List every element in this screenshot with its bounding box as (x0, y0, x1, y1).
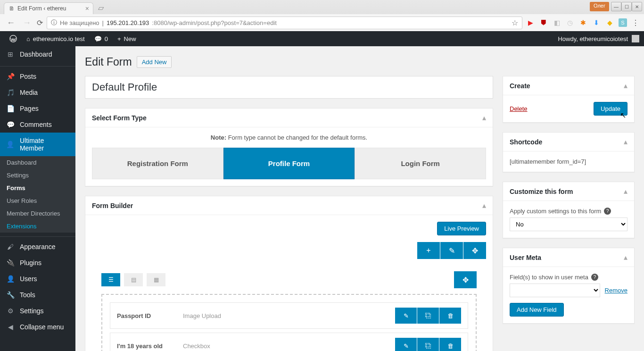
edit-field-button[interactable]: ✎ (395, 308, 417, 324)
new-content-link[interactable]: + New (113, 35, 141, 42)
layout-3col-button[interactable]: ▦ (147, 273, 165, 286)
sidebar-item-collapse[interactable]: ◀Collapse menu (0, 319, 75, 335)
ext-icon-4[interactable]: ◷ (566, 18, 574, 27)
live-preview-button[interactable]: Live Preview (437, 222, 486, 235)
edit-row-button[interactable]: ✎ (440, 242, 463, 259)
duplicate-field-button[interactable]: ⿻ (417, 338, 439, 351)
edit-field-button[interactable]: ✎ (395, 338, 417, 351)
plus-icon: + (117, 35, 121, 42)
chevron-up-icon[interactable]: ▴ (624, 81, 627, 90)
add-new-field-button[interactable]: Add New Field (510, 303, 564, 317)
users-icon: 👤 (6, 275, 15, 283)
form-builder-box: Form Builder ▴ Live Preview + ✎ ✥ (85, 196, 493, 351)
back-button[interactable]: ← (5, 16, 17, 30)
add-new-button[interactable]: Add New (137, 56, 172, 68)
customize-label: Apply custom settings to this form ? (510, 208, 627, 215)
copy-icon: ⿻ (425, 343, 431, 350)
move-row-button[interactable]: ✥ (463, 242, 486, 259)
usermeta-select[interactable] (510, 284, 600, 297)
delete-link[interactable]: Delete (510, 105, 528, 112)
wp-logo-icon[interactable] (5, 35, 22, 42)
layout-2col-button[interactable]: ▤ (124, 273, 143, 286)
form-type-profile[interactable]: Profile Form (223, 148, 355, 179)
user-meta-box: User Meta ▴ Field(s) to show in user met… (503, 248, 635, 324)
field-row[interactable]: I'm 18 years old Checkbox ✎ ⿻ 🗑 (110, 333, 468, 351)
sidebar-item-ultimate-member[interactable]: 👤Ultimate Member (0, 133, 75, 156)
form-type-registration[interactable]: Registration Form (92, 148, 223, 179)
shortcode-value: [ultimatemember form_id=7] (510, 158, 586, 165)
field-type: Image Upload (183, 312, 221, 319)
maximize-button[interactable]: ☐ (621, 2, 632, 11)
browser-profile-badge[interactable]: Олег (590, 2, 609, 11)
reload-button[interactable]: ⟳ (37, 18, 43, 27)
move-column-button[interactable]: ✥ (454, 271, 477, 288)
chevron-up-icon[interactable]: ▴ (482, 201, 486, 210)
field-row[interactable]: Passport ID Image Upload ✎ ⿻ 🗑 (110, 302, 468, 329)
submenu-item-user-roles[interactable]: User Roles (0, 194, 75, 207)
chevron-up-icon[interactable]: ▴ (624, 137, 627, 146)
comments-link[interactable]: 💬 0 (90, 35, 113, 42)
update-button[interactable]: Update (594, 102, 627, 116)
sidebar-item-tools[interactable]: 🔧Tools (0, 287, 75, 303)
layout-1col-button[interactable]: ☰ (101, 273, 120, 286)
sidebar-item-settings[interactable]: ⚙Settings (0, 303, 75, 319)
sidebar-item-appearance[interactable]: 🖌Appearance (0, 239, 75, 255)
help-icon[interactable]: ? (591, 274, 598, 281)
browser-tab[interactable]: 🗎 Edit Form ‹ ethereu × (4, 2, 93, 14)
address-bar[interactable]: ⓘ Не защищено | 195.201.20.193:8080/wp-a… (47, 17, 522, 29)
sidebar-item-pages[interactable]: 📄Pages (0, 100, 75, 117)
info-icon[interactable]: ⓘ (51, 18, 57, 27)
close-icon[interactable]: × (85, 5, 89, 12)
browser-toolbar: ← → ⟳ ⓘ Не защищено | 195.201.20.193:808… (0, 14, 644, 31)
field-label: I'm 18 years old (117, 343, 178, 350)
submenu-item-member-directories[interactable]: Member Directories (0, 207, 75, 220)
comment-icon: 💬 (94, 35, 102, 42)
add-row-button[interactable]: + (417, 242, 440, 259)
ext-icon-6[interactable]: ⬇ (592, 18, 601, 27)
bookmark-star-icon[interactable]: ☆ (512, 18, 518, 27)
forward-button[interactable]: → (21, 16, 33, 30)
sidebar-item-users[interactable]: 👤Users (0, 271, 75, 287)
submenu-item-extensions[interactable]: Extensions (0, 220, 75, 233)
delete-field-button[interactable]: 🗑 (439, 338, 461, 351)
sidebar-item-posts[interactable]: 📌Posts (0, 68, 75, 84)
chevron-up-icon[interactable]: ▴ (482, 113, 486, 122)
ext-icon-8[interactable]: S (619, 18, 627, 27)
dashboard-icon: ⊞ (6, 50, 15, 58)
chevron-up-icon[interactable]: ▴ (624, 187, 627, 196)
help-icon[interactable]: ? (604, 208, 611, 215)
remove-link[interactable]: Remove (605, 287, 627, 294)
site-link[interactable]: ⌂ ethereumico.io test (22, 35, 90, 42)
comments-icon: 💬 (6, 121, 15, 128)
duplicate-field-button[interactable]: ⿻ (417, 308, 439, 324)
browser-menu-button[interactable]: ⋮ (632, 18, 639, 27)
new-tab-button[interactable]: ▱ (93, 1, 108, 14)
fields-dropzone[interactable]: Passport ID Image Upload ✎ ⿻ 🗑 (101, 294, 477, 351)
sidebar-item-plugins[interactable]: 🔌Plugins (0, 255, 75, 271)
ext-icon-3[interactable]: ◧ (553, 18, 561, 27)
box-header: Create (510, 82, 530, 90)
chevron-up-icon[interactable]: ▴ (624, 253, 627, 262)
minimize-button[interactable]: — (611, 2, 621, 11)
submenu-item-forms[interactable]: Forms (0, 182, 75, 194)
form-type-login[interactable]: Login Form (355, 148, 486, 179)
delete-field-button[interactable]: 🗑 (439, 308, 461, 324)
form-title-input[interactable] (85, 76, 493, 99)
howdy-text[interactable]: Howdy, ethereumicoiotest (558, 35, 628, 42)
move-icon: ✥ (472, 246, 478, 255)
submenu-item-dashboard[interactable]: Dashboard (0, 156, 75, 169)
sidebar-item-dashboard[interactable]: ⊞Dashboard (0, 46, 75, 62)
sidebar-item-media[interactable]: 🎵Media (0, 84, 75, 100)
ext-icon-2[interactable]: ⛊ (539, 18, 548, 27)
sidebar-item-comments[interactable]: 💬Comments (0, 117, 75, 133)
brush-icon: 🖌 (6, 243, 15, 251)
avatar[interactable] (632, 35, 639, 42)
ext-icon-7[interactable]: ◆ (605, 18, 614, 27)
ext-icon-5[interactable]: ✱ (579, 18, 587, 27)
submenu-item-settings[interactable]: Settings (0, 169, 75, 182)
customize-select[interactable]: No (510, 217, 627, 231)
url-path: :8080/wp-admin/post.php?post=7&action=ed… (152, 19, 277, 26)
ext-icon-1[interactable]: ▶ (526, 18, 535, 27)
close-window-button[interactable]: ✕ (632, 2, 642, 11)
select-form-type-box: Select Form Type ▴ Note: Form type canno… (85, 108, 493, 186)
